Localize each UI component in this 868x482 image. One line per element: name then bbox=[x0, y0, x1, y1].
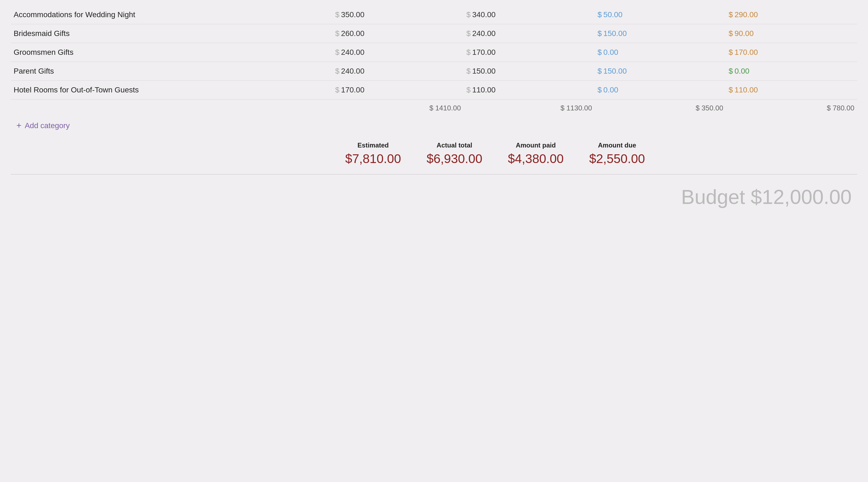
row-actual: $ 150.00 bbox=[464, 62, 595, 81]
row-actual: $ 240.00 bbox=[464, 24, 595, 43]
actual-label: Actual total bbox=[416, 142, 492, 149]
row-actual: $ 170.00 bbox=[464, 43, 595, 62]
estimated-amount: 170.00 bbox=[341, 86, 365, 94]
paid-label: Amount paid bbox=[498, 142, 574, 149]
row-estimated: $ 260.00 bbox=[333, 24, 464, 43]
summary-estimated: Estimated $7,810.00 bbox=[333, 139, 414, 169]
table-row: Groomsmen Gifts $ 240.00 $ 170.00 $ 0.00 bbox=[11, 43, 857, 62]
dollar-sign: $ bbox=[466, 67, 471, 76]
table-row: Parent Gifts $ 240.00 $ 150.00 $ 150.00 bbox=[11, 62, 857, 81]
dollar-sign: $ bbox=[597, 10, 602, 19]
row-name: Groomsmen Gifts bbox=[11, 43, 333, 62]
estimated-amount: 240.00 bbox=[341, 48, 365, 57]
dollar-sign: $ bbox=[729, 48, 733, 57]
plus-icon: + bbox=[17, 121, 22, 130]
actual-amount: 340.00 bbox=[472, 10, 496, 19]
summary-paid: Amount paid $4,380.00 bbox=[495, 139, 576, 169]
table-row: Hotel Rooms for Out-of-Town Guests $ 170… bbox=[11, 81, 857, 99]
row-estimated: $ 240.00 bbox=[333, 43, 464, 62]
row-name: Hotel Rooms for Out-of-Town Guests bbox=[11, 81, 333, 99]
estimated-amount: 260.00 bbox=[341, 29, 365, 38]
actual-value: $6,930.00 bbox=[416, 151, 492, 166]
add-category-button[interactable]: + Add category bbox=[11, 115, 857, 139]
add-category-label: Add category bbox=[25, 121, 70, 130]
dollar-sign: $ bbox=[729, 10, 733, 19]
budget-total: Budget $12,000.00 bbox=[11, 174, 857, 214]
estimated-amount: 350.00 bbox=[341, 10, 365, 19]
estimated-label: Estimated bbox=[335, 142, 411, 149]
row-due: $ 90.00 bbox=[726, 24, 857, 43]
actual-amount: 240.00 bbox=[472, 29, 496, 38]
total-actual: $ 1130.00 bbox=[464, 99, 595, 115]
paid-amount: 0.00 bbox=[603, 48, 618, 57]
due-amount: 0.00 bbox=[735, 67, 749, 76]
row-name: Parent Gifts bbox=[11, 62, 333, 81]
summary-due: Amount due $2,550.00 bbox=[576, 139, 657, 169]
dollar-sign: $ bbox=[597, 86, 602, 94]
row-paid: $ 50.00 bbox=[595, 5, 726, 24]
row-name: Bridesmaid Gifts bbox=[11, 24, 333, 43]
estimated-amount: 240.00 bbox=[341, 67, 365, 76]
row-estimated: $ 240.00 bbox=[333, 62, 464, 81]
summary-section: Estimated $7,810.00 Actual total $6,930.… bbox=[11, 139, 857, 169]
actual-amount: 150.00 bbox=[472, 67, 496, 76]
total-due: $ 780.00 bbox=[726, 99, 857, 115]
row-actual: $ 110.00 bbox=[464, 81, 595, 99]
dollar-sign: $ bbox=[335, 67, 340, 76]
estimated-value: $7,810.00 bbox=[335, 151, 411, 166]
dollar-sign: $ bbox=[597, 67, 602, 76]
total-estimated: $ 1410.00 bbox=[333, 99, 464, 115]
row-estimated: $ 350.00 bbox=[333, 5, 464, 24]
table-row: Bridesmaid Gifts $ 260.00 $ 240.00 $ 150… bbox=[11, 24, 857, 43]
due-amount: 110.00 bbox=[735, 86, 758, 94]
due-value: $2,550.00 bbox=[579, 151, 655, 166]
dollar-sign: $ bbox=[466, 48, 471, 57]
dollar-sign: $ bbox=[335, 48, 340, 57]
dollar-sign: $ bbox=[466, 29, 471, 38]
due-amount: 170.00 bbox=[735, 48, 758, 57]
row-due: $ 0.00 bbox=[726, 62, 857, 81]
summary-actual: Actual total $6,930.00 bbox=[414, 139, 495, 169]
row-paid: $ 150.00 bbox=[595, 24, 726, 43]
row-paid: $ 150.00 bbox=[595, 62, 726, 81]
paid-amount: 50.00 bbox=[603, 10, 622, 19]
paid-amount: 150.00 bbox=[603, 67, 627, 76]
row-due: $ 170.00 bbox=[726, 43, 857, 62]
totals-empty bbox=[11, 99, 333, 115]
totals-row: $ 1410.00 $ 1130.00 $ 350.00 $ 780.00 bbox=[11, 99, 857, 115]
actual-amount: 110.00 bbox=[472, 86, 496, 94]
total-paid: $ 350.00 bbox=[595, 99, 726, 115]
due-label: Amount due bbox=[579, 142, 655, 149]
paid-amount: 150.00 bbox=[603, 29, 627, 38]
row-estimated: $ 170.00 bbox=[333, 81, 464, 99]
row-due: $ 110.00 bbox=[726, 81, 857, 99]
row-actual: $ 340.00 bbox=[464, 5, 595, 24]
table-row: Accommodations for Wedding Night $ 350.0… bbox=[11, 5, 857, 24]
dollar-sign: $ bbox=[335, 29, 340, 38]
dollar-sign: $ bbox=[729, 67, 733, 76]
dollar-sign: $ bbox=[597, 48, 602, 57]
row-paid: $ 0.00 bbox=[595, 43, 726, 62]
dollar-sign: $ bbox=[335, 86, 340, 94]
budget-table: Accommodations for Wedding Night $ 350.0… bbox=[11, 5, 857, 115]
due-amount: 290.00 bbox=[735, 10, 758, 19]
paid-amount: 0.00 bbox=[603, 86, 618, 94]
dollar-sign: $ bbox=[466, 10, 471, 19]
dollar-sign: $ bbox=[597, 29, 602, 38]
actual-amount: 170.00 bbox=[472, 48, 496, 57]
row-due: $ 290.00 bbox=[726, 5, 857, 24]
dollar-sign: $ bbox=[466, 86, 471, 94]
row-name: Accommodations for Wedding Night bbox=[11, 5, 333, 24]
due-amount: 90.00 bbox=[735, 29, 753, 38]
dollar-sign: $ bbox=[729, 86, 733, 94]
row-paid: $ 0.00 bbox=[595, 81, 726, 99]
dollar-sign: $ bbox=[729, 29, 733, 38]
dollar-sign: $ bbox=[335, 10, 340, 19]
paid-value: $4,380.00 bbox=[498, 151, 574, 166]
